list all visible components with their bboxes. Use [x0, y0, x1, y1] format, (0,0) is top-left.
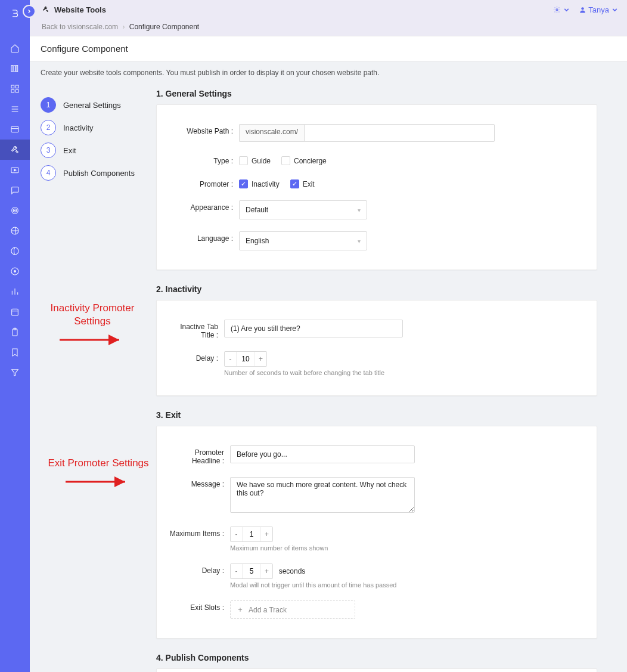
promoter-inactivity-checkbox[interactable]: Inactivity: [239, 179, 280, 188]
step-bullet-2: 2: [41, 120, 56, 135]
section-general: 1. General Settings Website Path visions…: [156, 89, 597, 270]
appearance-select[interactable]: Default ▾: [239, 200, 367, 219]
nav-calendar-icon[interactable]: [0, 302, 30, 322]
nav-chat-icon[interactable]: [0, 180, 30, 200]
nav-target-icon[interactable]: [0, 200, 30, 221]
breadcrumb-back[interactable]: Back to visionscale.com: [42, 23, 118, 31]
plus-icon: ＋: [237, 605, 244, 615]
nav-globe2-icon[interactable]: [0, 241, 30, 261]
svg-rect-4: [15, 85, 18, 88]
exit-max-items-hint: Maximum number of items shown: [230, 544, 586, 552]
type-concierge-label: Concierge: [294, 157, 327, 165]
type-guide-checkbox[interactable]: Guide: [239, 156, 271, 165]
step-publish[interactable]: 4 Publish Components: [41, 162, 156, 184]
add-track-button[interactable]: ＋ Add a Track: [230, 600, 355, 619]
app-logo[interactable]: [5, 4, 25, 24]
type-concierge-checkbox[interactable]: Concierge: [281, 156, 327, 165]
svg-rect-1: [14, 66, 15, 72]
svg-marker-13: [14, 169, 16, 171]
breadcrumb-current: Configure Component: [129, 23, 199, 31]
nav-clipboard-icon[interactable]: [0, 322, 30, 342]
stepper-decrement-button[interactable]: -: [231, 527, 243, 541]
step-inactivity[interactable]: 2 Inactivity: [41, 116, 156, 139]
promoter-exit-checkbox[interactable]: Exit: [290, 179, 315, 188]
intro-text: Create your website tools components. Yo…: [30, 61, 627, 84]
nav-globe3-icon[interactable]: [0, 261, 30, 281]
inactivity-delay-hint: Number of seconds to wait before changin…: [224, 369, 586, 376]
exit-message-input[interactable]: [230, 477, 415, 513]
svg-rect-0: [11, 66, 13, 72]
stepper-increment-button[interactable]: +: [260, 527, 272, 541]
svg-rect-6: [15, 89, 18, 92]
step-list: 1 General Settings 2 Inactivity 3 Exit 4…: [37, 84, 156, 672]
language-select[interactable]: English ▾: [239, 231, 367, 250]
step-label-1: General Settings: [63, 101, 121, 110]
exit-delay-hint: Modal will not trigger until this amount…: [230, 581, 586, 589]
nav-tools-icon[interactable]: [0, 140, 30, 160]
callout-exit-text: Exit Promoter Settings: [48, 457, 149, 470]
settings-menu[interactable]: [553, 6, 570, 14]
nav-filter-icon[interactable]: [0, 363, 30, 383]
nav-globe1-icon[interactable]: [0, 221, 30, 241]
svg-point-18: [11, 247, 18, 255]
checkbox-checked-icon: [239, 179, 248, 188]
app-title: Website Tools: [54, 5, 106, 14]
step-general[interactable]: 1 General Settings: [41, 94, 156, 116]
nav-apps-icon[interactable]: [0, 79, 30, 99]
top-bar: Website Tools Tanya: [30, 0, 627, 20]
step-bullet-4: 4: [41, 165, 56, 181]
stepper-decrement-button[interactable]: -: [231, 564, 243, 578]
exit-delay-stepper[interactable]: - +: [230, 563, 273, 579]
exit-max-items-stepper[interactable]: - +: [230, 527, 273, 542]
section-general-title: 1. General Settings: [156, 89, 597, 98]
exit-max-items-value[interactable]: [243, 527, 260, 541]
section-inactivity: 2. Inactivity Inactive Tab Title Delay -: [156, 284, 597, 396]
nav-library-icon[interactable]: [0, 58, 30, 79]
svg-rect-10: [11, 126, 18, 132]
callout-inactivity: Inactivity Promoter Settings: [36, 302, 149, 349]
callout-exit: Exit Promoter Settings: [48, 457, 149, 491]
promoter-inactivity-label: Inactivity: [252, 180, 280, 188]
nav-play-icon[interactable]: [0, 160, 30, 180]
section-publish: 4. Publish Components Are you sure you w…: [156, 653, 597, 672]
checkbox-icon: [239, 156, 248, 165]
website-path-label: Website Path: [167, 124, 239, 135]
exit-max-items-label: Maximum Items: [167, 527, 230, 538]
step-label-4: Publish Components: [63, 169, 135, 178]
section-exit-title: 3. Exit: [156, 410, 597, 420]
sidebar-rail: [0, 0, 30, 672]
nav-list-icon[interactable]: [0, 99, 30, 119]
nav-bookmark-icon[interactable]: [0, 342, 30, 363]
svg-point-28: [556, 9, 558, 11]
inactivity-delay-stepper[interactable]: - +: [224, 351, 267, 367]
step-exit[interactable]: 3 Exit: [41, 139, 156, 162]
stepper-increment-button[interactable]: +: [260, 564, 272, 578]
type-label: Type: [167, 154, 239, 165]
exit-headline-input[interactable]: [230, 445, 415, 463]
website-path-input[interactable]: [304, 124, 495, 142]
stepper-increment-button[interactable]: +: [254, 352, 266, 366]
language-value: English: [246, 237, 269, 245]
svg-point-29: [582, 7, 584, 10]
exit-delay-value[interactable]: [243, 564, 260, 578]
inactivity-delay-value[interactable]: [237, 352, 254, 366]
nav-card-icon[interactable]: [0, 119, 30, 140]
step-label-2: Inactivity: [63, 123, 94, 132]
sidebar-expand-button[interactable]: [23, 5, 36, 18]
user-name: Tanya: [588, 5, 609, 14]
svg-rect-5: [11, 89, 14, 92]
nav-analytics-icon[interactable]: [0, 281, 30, 302]
step-bullet-3: 3: [41, 143, 56, 158]
svg-rect-3: [11, 85, 14, 88]
add-track-label: Add a Track: [249, 606, 287, 614]
stepper-decrement-button[interactable]: -: [225, 352, 237, 366]
checkbox-icon: [281, 156, 290, 165]
chevron-down-icon: ▾: [358, 207, 361, 213]
inactive-tab-title-input[interactable]: [224, 320, 403, 337]
exit-headline-label: Promoter Headline: [167, 445, 230, 465]
website-path-prefix: visionscale.com/: [239, 124, 304, 142]
step-label-3: Exit: [63, 146, 76, 155]
nav-home-icon[interactable]: [0, 38, 30, 58]
language-label: Language: [167, 231, 239, 243]
user-menu[interactable]: Tanya: [579, 5, 619, 14]
